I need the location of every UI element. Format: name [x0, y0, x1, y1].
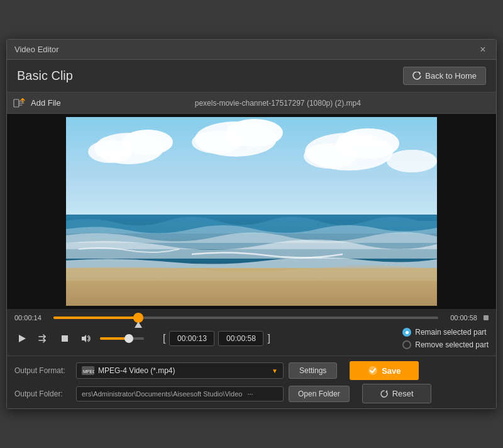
window-title: Video Editor — [14, 45, 59, 54]
reset-label: Reset — [392, 389, 414, 398]
timeline-end-time: 00:00:58 — [445, 314, 477, 322]
trim-end-handle[interactable] — [484, 315, 489, 320]
svg-marker-16 — [82, 335, 86, 342]
stop-icon — [61, 335, 69, 342]
format-label: Output Format: — [14, 366, 71, 375]
back-to-home-label: Back to Home — [425, 71, 477, 81]
remove-selected-option[interactable]: Remove selected part — [402, 340, 489, 349]
folder-path-display: ers\Administrator\Documents\Aiseesoft St… — [76, 386, 284, 401]
volume-button[interactable] — [79, 331, 94, 346]
remain-selected-label: Remain selected part — [415, 328, 486, 337]
bottom-bar: Output Format: MPEG MPEG-4 Video (*.mp4)… — [7, 356, 496, 408]
remove-selected-label: Remove selected part — [415, 340, 489, 349]
add-file-button[interactable]: Add File — [31, 98, 61, 108]
volume-track[interactable] — [100, 337, 144, 340]
stop-button[interactable] — [57, 331, 72, 346]
remain-radio-circle — [402, 328, 411, 337]
header-bar: Basic Clip Back to Home — [7, 60, 496, 92]
video-container — [7, 114, 496, 309]
timeline-bar: 00:00:14 00:00:58 — [7, 309, 496, 324]
play-icon — [18, 334, 26, 343]
open-folder-button[interactable]: Open Folder — [289, 386, 350, 402]
play-button[interactable] — [14, 331, 30, 346]
trim-start-input[interactable] — [169, 331, 214, 346]
svg-rect-15 — [62, 335, 68, 342]
folder-path-text: ers\Administrator\Documents\Aiseesoft St… — [82, 390, 242, 398]
refresh-icon — [412, 72, 421, 81]
folder-label: Output Folder: — [14, 389, 71, 398]
page-title: Basic Clip — [17, 69, 73, 83]
reset-icon — [380, 389, 389, 398]
save-button[interactable]: Save — [350, 361, 419, 380]
loop-button[interactable] — [36, 331, 51, 346]
timeline-start-time: 00:00:14 — [14, 314, 47, 322]
selection-options: Remain selected part Remove selected par… — [402, 328, 489, 349]
folder-row: Output Folder: ers\Administrator\Documen… — [14, 384, 489, 403]
folder-dots[interactable]: ··· — [247, 390, 253, 398]
timeline-progress-track[interactable] — [53, 316, 438, 319]
format-value-text: MPEG-4 Video (*.mp4) — [98, 366, 175, 375]
save-label: Save — [382, 366, 401, 376]
trim-marker — [135, 322, 142, 328]
settings-button[interactable]: Settings — [289, 362, 337, 379]
volume-icon — [81, 334, 91, 343]
trim-end-bracket[interactable]: ] — [267, 333, 270, 344]
back-to-home-button[interactable]: Back to Home — [403, 67, 486, 85]
action-buttons-save: Save — [350, 361, 419, 380]
mpeg-icon: MPEG — [82, 366, 94, 375]
svg-text:MPEG: MPEG — [83, 369, 94, 374]
toolbar-bar: Add File pexels-movie-channet-17517297 (… — [7, 92, 496, 114]
svg-point-11 — [387, 150, 437, 172]
timeline-progress-fill — [53, 316, 138, 319]
format-select[interactable]: MPEG MPEG-4 Video (*.mp4) ▼ — [76, 362, 284, 379]
svg-point-10 — [304, 143, 357, 169]
trim-inputs: [ ] — [163, 331, 270, 346]
svg-point-7 — [192, 131, 242, 154]
add-file-icon — [13, 98, 26, 108]
save-icon — [368, 366, 378, 376]
svg-point-4 — [88, 140, 132, 163]
video-editor-window: Video Editor × Basic Clip Back to Home A… — [6, 39, 497, 409]
title-bar: Video Editor × — [7, 40, 496, 60]
trim-end-input[interactable] — [218, 331, 263, 346]
reset-button[interactable]: Reset — [362, 384, 431, 403]
remain-selected-option[interactable]: Remain selected part — [402, 328, 489, 337]
remove-radio-circle — [402, 340, 411, 349]
volume-thumb[interactable] — [124, 334, 133, 343]
svg-marker-14 — [19, 335, 26, 342]
controls-bar: [ ] Remain selected part Remove selected… — [7, 324, 496, 356]
format-row: Output Format: MPEG MPEG-4 Video (*.mp4)… — [14, 361, 489, 380]
trim-start-bracket[interactable]: [ — [163, 333, 165, 344]
format-dropdown-arrow: ▼ — [272, 367, 278, 374]
close-button[interactable]: × — [477, 44, 489, 55]
loop-icon — [38, 334, 48, 343]
file-name-display: pexels-movie-channet-17517297 (1080p) (2… — [66, 99, 490, 108]
svg-rect-0 — [14, 99, 19, 107]
video-preview — [66, 117, 437, 306]
